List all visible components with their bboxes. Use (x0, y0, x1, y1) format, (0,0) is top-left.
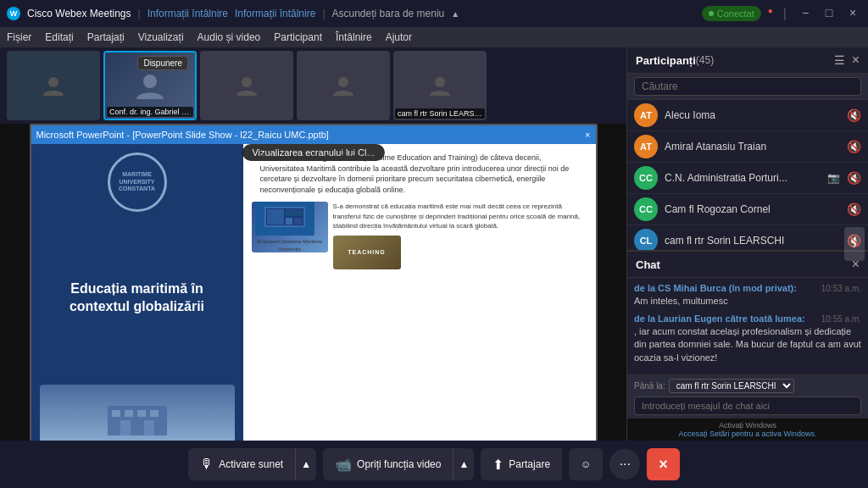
participant-thumb-3[interactable] (200, 51, 293, 120)
bottom-toolbar: 🎙 Activare sunet ▲ 📹 Opriți funcția vide… (0, 441, 868, 488)
activate-sound-btn[interactable]: 🎙 Activare sunet (188, 448, 295, 480)
participants-title: Participanți (636, 54, 696, 67)
chat-input[interactable] (634, 396, 861, 415)
chat-time-0: 10:53 a.m. (821, 284, 861, 293)
slide-img-2: TEACHING (333, 236, 401, 269)
participant-strip: ‹ Conf. dr. ing. Gabriel Raic... Dispune… (0, 47, 626, 124)
p-name-0: Alecu Ioma (665, 109, 840, 121)
mute-icon-2: 🔇 (847, 171, 861, 185)
chat-text-0: Am inteles, multumesc (634, 295, 861, 308)
activate-sound-label: Activare sunet (219, 458, 283, 470)
chat-messages: de la CS Mihai Burca (în mod privat): 10… (627, 278, 868, 374)
svg-point-2 (242, 77, 252, 87)
emoji-btn[interactable]: ☺ (569, 448, 603, 480)
stop-video-btn[interactable]: 📹 Opriți funcția video (323, 448, 453, 480)
camera-icon-2: 📷 (827, 172, 840, 184)
strip-nav-right[interactable]: › (844, 227, 865, 261)
microphone-icon: 🎙 (200, 457, 214, 472)
menu-audio[interactable]: Audio și video (198, 31, 261, 43)
slide-image-area: eCampusConstanta Maritime University S-a… (252, 202, 587, 269)
participant-thumb-5[interactable]: cam fl rtr Sorin LEARSCHI (393, 51, 487, 120)
menu-view[interactable]: Vizualizați (138, 31, 184, 43)
windows-activation-link[interactable]: Accesați Setări pentru a activa Windows. (632, 430, 863, 438)
participants-menu-icon[interactable]: ☰ (834, 53, 845, 67)
title-bar-controls: Conectat ● | − □ × (702, 6, 861, 21)
info-link[interactable]: Informații întâlnire (147, 8, 228, 19)
mute-icon-3: 🔇 (847, 202, 861, 216)
chat-input-area: Până la: cam fl rtr Sorin LEARSCHI (627, 374, 868, 419)
recipient-label: Până la: (634, 381, 665, 391)
participants-header: Participanți (45) ☰ × (627, 47, 868, 74)
chat-header: Chat × (627, 252, 868, 278)
info-label[interactable]: Informații întâlnire (235, 8, 315, 19)
chevron-icon[interactable]: ▲ (451, 9, 459, 19)
share-btn[interactable]: ⬆ Partajare (481, 448, 562, 480)
main-content: ‹ Conf. dr. ing. Gabriel Raic... Dispune… (0, 47, 868, 441)
svg-rect-10 (120, 420, 131, 435)
activate-sound-group: 🎙 Activare sunet ▲ (188, 448, 316, 480)
thumb-label-gabriel: Conf. dr. ing. Gabriel Raic... (107, 107, 193, 117)
right-panel: Participanți (45) ☰ × AT Alecu Ioma 🔇 AT… (626, 47, 868, 441)
svg-point-3 (338, 77, 348, 87)
end-call-icon: × (659, 456, 668, 474)
minimize-btn[interactable]: − (797, 6, 814, 21)
video-area: ‹ Conf. dr. ing. Gabriel Raic... Dispune… (0, 47, 626, 441)
slide-img-1: eCampusConstanta Maritime University (252, 202, 328, 252)
activate-sound-dropdown[interactable]: ▲ (295, 448, 316, 480)
share-label: Partajare (509, 458, 550, 470)
participants-close-btn[interactable]: × (852, 53, 860, 68)
img-caption-1: eCampusConstanta Maritime University (257, 239, 323, 252)
presentation-area: Microsoft PowerPoint - [PowerPoint Slide… (0, 124, 626, 454)
participant-thumb-gabriel[interactable]: Conf. dr. ing. Gabriel Raic... Dispunere (103, 51, 197, 120)
slide-building-img (40, 385, 235, 444)
svg-rect-11 (144, 420, 154, 435)
presentation-title-bar: Microsoft PowerPoint - [PowerPoint Slide… (31, 125, 596, 144)
mute-icon-1: 🔇 (847, 140, 861, 153)
slide-bullet-1: Parte a sistemului global MET (Maritime … (252, 152, 587, 195)
ppt-title: Microsoft PowerPoint - [PowerPoint Slide… (36, 130, 329, 140)
video-icon: 📹 (335, 457, 352, 473)
close-btn[interactable]: × (844, 6, 861, 21)
share-icon: ⬆ (492, 457, 504, 473)
chat-title: Chat (636, 258, 660, 271)
menu-help[interactable]: Ajutor (386, 31, 412, 43)
slide-content: MARITIME UNIVERSITY CONSTANTA Educația m… (31, 144, 596, 452)
chat-recipient-select[interactable]: cam fl rtr Sorin LEARSCHI (669, 379, 794, 393)
menu-participant[interactable]: Participant (274, 31, 322, 43)
stop-video-dropdown[interactable]: ▲ (453, 448, 474, 480)
menu-bar: Fișier Editați Partajați Vizualizați Aud… (0, 27, 868, 47)
svg-rect-13 (267, 209, 284, 225)
chat-message-0: de la CS Mihai Burca (în mod privat): 10… (634, 283, 861, 308)
more-options-btn[interactable]: ··· (609, 449, 640, 480)
svg-rect-16 (294, 218, 303, 225)
title-bar-left: W Cisco Webex Meetings | Informații întâ… (7, 7, 459, 20)
chat-section: Chat × de la CS Mihai Burca (în mod priv… (627, 250, 868, 441)
end-call-btn[interactable]: × (647, 448, 680, 480)
menu-edit[interactable]: Editați (45, 31, 73, 43)
webex-icon: W (7, 7, 20, 20)
slide-left-panel: MARITIME UNIVERSITY CONSTANTA Educația m… (31, 144, 243, 452)
svg-point-4 (435, 77, 445, 87)
participant-thumb-4[interactable] (297, 51, 390, 120)
connected-badge: Conectat (702, 6, 761, 21)
thumb-avatar-3 (200, 51, 293, 120)
svg-rect-7 (125, 410, 133, 417)
maximize-btn[interactable]: □ (821, 6, 837, 21)
participant-thumb-1[interactable] (7, 51, 100, 120)
img-caption-2: TEACHING (348, 248, 386, 257)
dispunere-btn[interactable]: Dispunere (137, 56, 188, 70)
slide-text-col: S-a demonstrat că educația maritimă este… (333, 202, 587, 269)
presentation-window: Microsoft PowerPoint - [PowerPoint Slide… (30, 124, 598, 454)
menu-share[interactable]: Partajați (87, 31, 125, 43)
ppt-close-icon[interactable]: × (585, 130, 590, 140)
windows-activation-text: Activați Windows (632, 421, 863, 430)
list-item: AT Amiral Atanasiu Traian 🔇 (627, 131, 868, 163)
p-avatar-2: CC (634, 166, 658, 190)
p-name-4: cam fl rtr Sorin LEARSCHI (665, 235, 840, 247)
menu-meeting[interactable]: Întâlnire (336, 31, 372, 43)
thumb-label-5: cam fl rtr Sorin LEARSCHI (395, 108, 485, 119)
slide-bullet-2: S-a demonstrat că educația maritimă este… (333, 202, 587, 230)
hide-menu[interactable]: Ascundeți bara de meniu (332, 8, 445, 19)
search-input[interactable] (634, 77, 861, 96)
menu-file[interactable]: Fișier (7, 31, 31, 43)
